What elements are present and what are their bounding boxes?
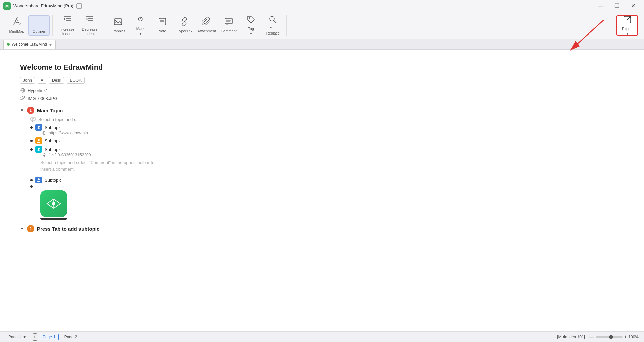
tag-desk[interactable]: Desk: [49, 77, 64, 84]
mark-dropdown-icon: ▼: [139, 32, 142, 36]
collapse-arrow-1[interactable]: ▼: [20, 108, 24, 113]
subtopic-avatar-4: [35, 177, 42, 183]
svg-point-10: [19, 23, 20, 24]
subtopic-item-5: [30, 185, 624, 220]
close-button[interactable]: ✕: [625, 1, 641, 11]
subtopic-item-4: Subtopic: [30, 177, 624, 183]
page-2-tab[interactable]: Page-2: [61, 334, 80, 340]
collapse-arrow-2[interactable]: ▼: [20, 226, 24, 231]
indent-group: Increase Indent Decrease Indent: [54, 15, 103, 36]
hyperlink-icon: [180, 17, 189, 27]
comment-bubble-icon: [30, 117, 36, 122]
mark-icon: [136, 15, 145, 25]
attachment-paperclip-icon: [20, 96, 25, 101]
mark-label: Mark: [136, 27, 144, 31]
topic-comment: Select a topic and s...: [30, 117, 624, 122]
hyperlink-button[interactable]: Hyperlink: [174, 15, 195, 36]
increase-indent-button[interactable]: Increase Indent: [57, 15, 78, 36]
tag-a[interactable]: A: [38, 77, 46, 84]
title-bar-left: M Wondershare EdrawMind (Pro): [3, 2, 82, 10]
view-group: MindMap Outliner: [3, 15, 53, 36]
app-title: Wondershare EdrawMind (Pro): [13, 3, 73, 8]
zoom-controls: — + 100%: [589, 334, 639, 340]
zoom-slider[interactable]: [596, 336, 623, 338]
press-tab-topic: ▼ 2 Press Tab to add subtopic: [20, 225, 624, 232]
tag-john[interactable]: John: [20, 77, 35, 84]
hyperlink-text[interactable]: Hyperlink1: [28, 88, 48, 93]
svg-rect-31: [225, 18, 232, 24]
svg-text:M: M: [5, 4, 9, 9]
tag-icon: [246, 15, 256, 25]
page-selector[interactable]: Page-1 ▼: [5, 334, 30, 340]
main-area: Welcome to EdrawMind John A Desk BOOK Hy…: [0, 50, 644, 331]
svg-point-23: [116, 20, 117, 22]
tab-close-button[interactable]: ●: [49, 42, 52, 47]
find-replace-button[interactable]: Find Replace: [262, 15, 284, 36]
doc-title: Welcome to EdrawMind: [20, 63, 624, 72]
topic-badge-2: 2: [27, 225, 34, 232]
outliner-button[interactable]: Outliner: [28, 15, 50, 36]
content-area: Welcome to EdrawMind John A Desk BOOK Hy…: [0, 50, 644, 331]
idea-info: [Main Idea 101]: [557, 335, 585, 339]
attachment-button[interactable]: Attachment: [196, 15, 217, 36]
main-topic-label[interactable]: Main Topic: [37, 108, 63, 113]
tag-book[interactable]: BOOK: [67, 77, 85, 84]
welcome-tab[interactable]: Welcome...rawMind ●: [3, 40, 56, 49]
status-left: Page-1 ▼ + Page-1 Page-2: [5, 333, 80, 341]
export-icon: [623, 15, 632, 25]
tag-button[interactable]: Tag ▼: [240, 15, 262, 36]
hyperlink-globe-icon: [20, 88, 25, 93]
note-icon: [76, 3, 82, 9]
subtopic-label-3[interactable]: Subtopic: [45, 147, 62, 152]
svg-rect-44: [31, 117, 35, 121]
mindmap-icon: [12, 17, 21, 28]
svg-point-53: [38, 178, 40, 180]
export-group: Export ▼: [614, 15, 641, 36]
hyperlink-label: Hyperlink: [177, 29, 192, 33]
edrawmind-logo-container: [40, 190, 624, 220]
title-bar: M Wondershare EdrawMind (Pro) — ❐ ✕: [0, 0, 644, 12]
note-button[interactable]: Note: [152, 15, 173, 36]
mindmap-button[interactable]: MindMap: [6, 15, 28, 36]
svg-point-51: [38, 139, 40, 141]
svg-point-6: [15, 20, 18, 23]
svg-point-54: [52, 202, 55, 205]
page-1-tab[interactable]: Page-1: [40, 334, 59, 340]
graphics-button[interactable]: Graphics: [107, 15, 129, 36]
subtopic-link-3: 1-s2.0-S036013152200 ...: [42, 153, 624, 157]
svg-rect-22: [114, 19, 122, 25]
subtopic-attachment-3[interactable]: 1-s2.0-S036013152200 ...: [49, 153, 95, 157]
title-bar-right: — ❐ ✕: [593, 1, 641, 11]
svg-line-40: [627, 16, 631, 20]
status-right: [Main Idea 101] — + 100%: [557, 334, 639, 340]
svg-point-52: [38, 148, 40, 150]
tag-label: Tag: [248, 27, 254, 31]
minimize-button[interactable]: —: [593, 1, 608, 11]
comment-icon: [224, 17, 233, 27]
subtopic-label-4[interactable]: Subtopic: [45, 178, 62, 183]
export-button[interactable]: Export ▼: [616, 15, 638, 36]
press-tab-label[interactable]: Press Tab to add subtopic: [37, 226, 99, 232]
export-dropdown-icon: ▼: [626, 32, 629, 36]
add-page-button[interactable]: +: [33, 333, 37, 341]
find-replace-icon: [268, 15, 278, 25]
subtopic-url-1[interactable]: https://www.edrawmin...: [49, 131, 91, 135]
note-icon: [158, 17, 167, 27]
decrease-indent-button[interactable]: Decrease Indent: [79, 15, 100, 36]
zoom-in-button[interactable]: +: [624, 334, 627, 340]
decrease-indent-icon: [85, 14, 94, 26]
doc-attachment: IMG_0068.JPG: [20, 96, 624, 101]
zoom-out-button[interactable]: —: [589, 334, 594, 340]
comment-button[interactable]: Comment: [218, 15, 239, 36]
mark-button[interactable]: Mark ▼: [129, 15, 151, 36]
subtopic-label-1[interactable]: Subtopic: [45, 125, 62, 130]
tab-bar: Welcome...rawMind ●: [0, 39, 644, 50]
attachment-filename[interactable]: IMG_0068.JPG: [28, 96, 58, 101]
find-replace-label: Find Replace: [266, 27, 280, 36]
subtopic-label-2[interactable]: Subtopic: [45, 138, 62, 143]
svg-point-12: [13, 23, 14, 24]
edrawmind-logo-bar: [40, 218, 67, 220]
edrawmind-logo: [40, 190, 67, 217]
comment-placeholder: Select a topic and select "Comment" in t…: [40, 159, 624, 173]
maximize-button[interactable]: ❐: [609, 1, 625, 11]
